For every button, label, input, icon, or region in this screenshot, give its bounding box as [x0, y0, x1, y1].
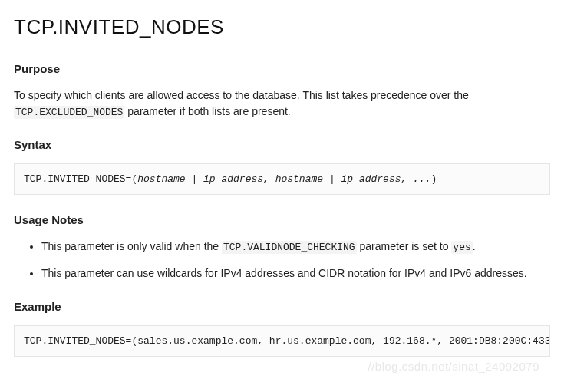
page-title: TCP.INVITED_NODES: [14, 12, 550, 42]
usage-heading: Usage Notes: [14, 212, 550, 229]
usage-item1-code1: TCP.VALIDNODE_CHECKING: [222, 241, 357, 254]
purpose-text-after: parameter if both lists are present.: [124, 105, 290, 117]
syntax-code-suffix: ): [431, 173, 437, 185]
usage-list: This parameter is only valid when the TC…: [14, 239, 550, 282]
syntax-codeblock: TCP.INVITED_NODES=(hostname | ip_address…: [14, 163, 550, 196]
usage-item1-pre: This parameter is only valid when the: [41, 240, 222, 252]
usage-item1-post: .: [473, 240, 476, 252]
example-heading: Example: [14, 298, 550, 316]
list-item: This parameter is only valid when the TC…: [41, 239, 550, 255]
syntax-heading: Syntax: [14, 137, 550, 154]
purpose-text-before: To specify which clients are allowed acc…: [14, 89, 469, 101]
syntax-code-prefix: TCP.INVITED_NODES=(: [24, 173, 137, 185]
purpose-heading: Purpose: [14, 61, 550, 78]
syntax-code-params: hostname | ip_address, hostname | ip_add…: [137, 173, 430, 185]
example-codeblock[interactable]: TCP.INVITED_NODES=(sales.us.example.com,…: [14, 325, 550, 357]
usage-item1-mid: parameter is set to: [357, 240, 452, 252]
watermark-text: //blog.csdn.net/sinat_24092079: [368, 358, 540, 376]
usage-item1-code2: yes: [451, 241, 472, 254]
usage-item2-text: This parameter can use wildcards for IPv…: [41, 267, 527, 279]
list-item: This parameter can use wildcards for IPv…: [41, 265, 550, 282]
purpose-inline-code: TCP.EXCLUDED_NODES: [14, 106, 124, 119]
example-code-text: TCP.INVITED_NODES=(sales.us.example.com,…: [24, 335, 550, 347]
purpose-paragraph: To specify which clients are allowed acc…: [14, 87, 550, 120]
